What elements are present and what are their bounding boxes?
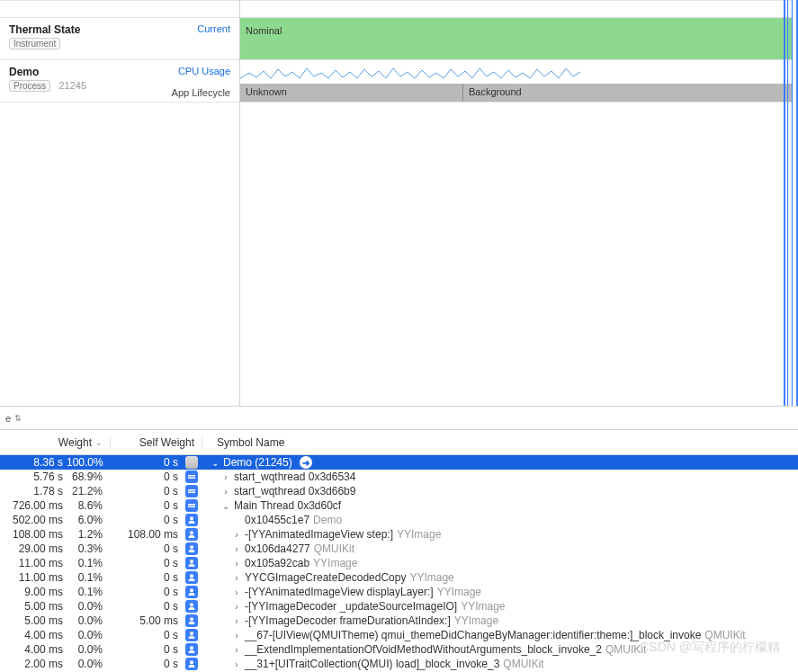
cell-symbol: ›0x105a92cab YYImage <box>202 557 798 569</box>
symbol-name: __ExtendImplementationOfVoidMethodWithou… <box>245 643 602 656</box>
symbol-name: __31+[UITraitCollection(QMUI) load]_bloc… <box>245 658 499 670</box>
table-row[interactable]: 108.00 ms1.2%108.00 ms›-[YYAnimatedImage… <box>0 527 798 542</box>
lifecycle-bar: Unknown Background <box>240 84 793 102</box>
disclosure-right-icon[interactable]: › <box>232 616 241 626</box>
track-header-blank <box>0 0 239 18</box>
cell-percent: 21.2% <box>67 485 110 497</box>
disclosure-right-icon[interactable]: › <box>232 631 241 641</box>
disclosure-right-icon[interactable]: › <box>232 530 241 540</box>
track-metric-label[interactable]: Current <box>197 23 230 34</box>
disclosure-right-icon[interactable]: › <box>232 659 241 669</box>
lifecycle-background: Background <box>463 84 793 102</box>
disclosure-right-icon[interactable]: › <box>221 487 230 497</box>
library-name: YYImage <box>461 600 505 613</box>
cell-weight: 29.00 ms <box>0 542 67 555</box>
disclosure-right-icon[interactable]: › <box>221 472 230 482</box>
track-header-demo[interactable]: Demo Process 21245 CPU Usage App Lifecyc… <box>0 60 239 103</box>
track-metric-cpu[interactable]: CPU Usage <box>178 66 230 76</box>
cell-symbol: ⌄Main Thread 0x3d60cf <box>202 499 798 512</box>
cell-weight: 4.00 ms <box>0 629 67 641</box>
timeline-panel[interactable]: Nominal Unknown Background <box>240 0 798 406</box>
lane-thermal[interactable]: Nominal <box>240 18 793 60</box>
header-weight[interactable]: Weight ⌄ <box>0 436 110 449</box>
cell-weight: 2.00 ms <box>0 658 67 670</box>
cell-self-weight: 0 s <box>110 658 182 670</box>
library-name: YYImage <box>409 571 453 584</box>
header-self-weight[interactable]: Self Weight <box>110 436 202 449</box>
time-cursor[interactable] <box>784 0 785 406</box>
cell-percent: 0.1% <box>67 586 110 598</box>
cell-symbol: ›0x106da4277 QMUIKit <box>202 542 798 555</box>
cell-weight: 8.36 s <box>0 456 67 469</box>
cell-percent: 0.3% <box>67 542 110 555</box>
svg-point-6 <box>190 516 193 520</box>
table-row[interactable]: 4.00 ms0.0%0 s›__ExtendImplementationOfV… <box>0 642 798 657</box>
symbol-name: start_wqthread 0x3d66b9 <box>234 485 355 497</box>
library-name: QMUIKit <box>503 658 543 670</box>
table-row[interactable]: 29.00 ms0.3%0 s›0x106da4277 QMUIKit <box>0 542 798 556</box>
person-icon <box>185 600 198 613</box>
disclosure-right-icon[interactable]: › <box>232 573 241 583</box>
cell-symbol: 0x10455c1e7 Demo <box>202 514 798 526</box>
disclosure-right-icon[interactable]: › <box>232 587 241 597</box>
focus-icon[interactable]: ➜ <box>300 456 312 469</box>
cell-weight: 11.00 ms <box>0 571 67 584</box>
cell-weight: 5.76 s <box>0 470 67 483</box>
table-row[interactable]: 726.00 ms8.6%0 s⌄Main Thread 0x3d60cf <box>0 498 798 513</box>
app-icon <box>185 456 198 469</box>
track-header-thermal[interactable]: Thermal State Instrument Current <box>0 18 239 60</box>
cell-weight: 9.00 ms <box>0 586 67 598</box>
cell-weight: 108.00 ms <box>0 528 67 541</box>
playhead-marker[interactable] <box>787 0 793 406</box>
svg-point-9 <box>190 560 193 563</box>
cell-percent: 0.0% <box>67 658 110 670</box>
library-name: YYImage <box>313 557 357 569</box>
cell-self-weight: 0 s <box>110 470 182 483</box>
chevron-down-icon: ⌄ <box>95 438 103 447</box>
cell-percent: 8.6% <box>67 499 110 512</box>
table-row[interactable]: 8.36 s100.0%0 s⌄Demo (21245)➜ <box>0 455 798 470</box>
table-row[interactable]: 5.00 ms0.0%0 s›-[YYImageDecoder _updateS… <box>0 599 798 614</box>
table-row[interactable]: 5.76 s68.9%0 s›start_wqthread 0x3d6534 <box>0 470 798 484</box>
table-row[interactable]: 5.00 ms0.0%5.00 ms›-[YYImageDecoder fram… <box>0 614 798 628</box>
header-symbol[interactable]: Symbol Name <box>202 436 798 449</box>
svg-point-16 <box>190 660 193 664</box>
table-row[interactable]: 1.78 s21.2%0 s›start_wqthread 0x3d66b9 <box>0 484 798 498</box>
table-row[interactable]: 11.00 ms0.1%0 s›YYCGImageCreateDecodedCo… <box>0 570 798 585</box>
disclosure-right-icon[interactable]: › <box>232 602 241 612</box>
table-row[interactable]: 4.00 ms0.0%0 s›__67-[UIView(QMUITheme) q… <box>0 628 798 642</box>
cell-symbol: ›-[YYImageDecoder _updateSourceImageIO] … <box>202 600 798 613</box>
person-icon <box>185 514 198 526</box>
cell-symbol: ›__ExtendImplementationOfVoidMethodWitho… <box>202 643 798 656</box>
cell-self-weight: 0 s <box>110 600 182 613</box>
cell-self-weight: 0 s <box>110 629 182 641</box>
cell-percent: 0.1% <box>67 557 110 569</box>
disclosure-down-icon[interactable]: ⌄ <box>221 501 230 511</box>
person-icon <box>185 528 198 541</box>
table-row[interactable]: 9.00 ms0.1%0 s›-[YYAnimatedImageView dis… <box>0 585 798 599</box>
process-pid: 21245 <box>58 80 86 91</box>
disclosure-down-icon[interactable]: ⌄ <box>211 458 220 468</box>
table-row[interactable]: 502.00 ms6.0%0 s0x10455c1e7 Demo <box>0 513 798 527</box>
symbol-name: __67-[UIView(QMUITheme) qmui_themeDidCha… <box>245 629 701 641</box>
call-tree-table[interactable]: 8.36 s100.0%0 s⌄Demo (21245)➜5.76 s68.9%… <box>0 455 798 671</box>
table-row[interactable]: 2.00 ms0.0%0 s›__31+[UITraitCollection(Q… <box>0 657 798 671</box>
track-metric-lifecycle[interactable]: App Lifecycle <box>172 87 230 98</box>
library-name: QMUIKit <box>314 542 354 555</box>
cell-symbol: ›__67-[UIView(QMUITheme) qmui_themeDidCh… <box>202 629 798 641</box>
person-icon <box>185 586 198 598</box>
filter-bar[interactable]: e ⇅ <box>0 407 798 430</box>
symbol-name: 0x105a92cab <box>245 557 309 569</box>
disclosure-right-icon[interactable]: › <box>232 544 241 554</box>
table-row[interactable]: 11.00 ms0.1%0 s›0x105a92cab YYImage <box>0 556 798 570</box>
svg-rect-5 <box>188 506 195 508</box>
disclosure-right-icon[interactable]: › <box>232 559 241 569</box>
symbol-name: Main Thread 0x3d60cf <box>234 499 341 512</box>
cell-symbol: ›YYCGImageCreateDecodedCopy YYImage <box>202 571 798 584</box>
lane-demo[interactable]: Unknown Background <box>240 60 793 103</box>
cell-weight: 4.00 ms <box>0 643 67 656</box>
svg-rect-1 <box>188 478 195 479</box>
person-icon <box>185 542 198 555</box>
svg-point-12 <box>190 603 193 606</box>
disclosure-right-icon[interactable]: › <box>232 645 241 655</box>
